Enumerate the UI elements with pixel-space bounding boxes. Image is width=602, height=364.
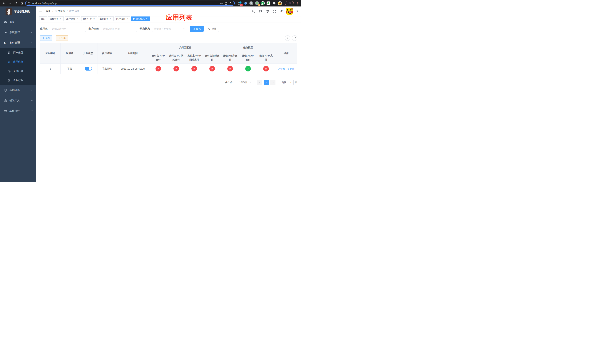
chevron-down-icon [31,110,33,112]
tab-pay-order[interactable]: 支付订单× [81,16,97,21]
search-button[interactable]: 搜索 [190,26,204,32]
refresh-table-button[interactable] [292,35,297,41]
forward-icon[interactable] [7,1,12,6]
close-icon[interactable]: × [76,18,79,20]
share-icon[interactable] [225,2,227,5]
close-icon[interactable]: × [126,18,129,20]
toggle-search-button[interactable] [285,35,290,41]
sidebar-item-pay-order[interactable]: 支付订单 [0,66,36,76]
sidebar-item-payment[interactable]: ¥ 支付管理 [0,38,36,48]
enabled-switch[interactable] [85,67,92,71]
profile-avatar-icon[interactable] [278,1,282,5]
status-label: 开启状态 [140,27,150,31]
payment-submenu: 商户信息 应用信息 支付订单 退款订单 [0,48,36,85]
extension-recorder-icon[interactable]: 1 [255,1,259,5]
edit-link[interactable]: 修改 [278,67,285,70]
chrome-update-button[interactable]: 更新 [285,1,294,5]
add-button[interactable]: 新增 [40,35,52,41]
delete-link[interactable]: 删除 [287,67,294,70]
browser-menu-icon[interactable] [296,2,299,4]
app-name-label: 应用名 [40,27,48,31]
navbar: 首页 / 支付管理 / 应用信息 应用列表 TT [36,7,301,16]
grid-icon [8,60,11,64]
briefcase-icon [4,109,7,113]
reload-icon[interactable] [13,1,18,6]
tab-refund-order[interactable]: 退款订单× [98,16,114,21]
close-icon[interactable]: × [59,18,62,20]
sidebar-item-app-info[interactable]: 应用信息 [0,57,36,66]
extension-kite-icon[interactable] [243,1,247,5]
navbar-actions: TT [252,8,298,15]
github-icon[interactable] [258,10,262,13]
user-avatar[interactable] [286,8,293,15]
page-size-select[interactable]: 10条/页 [235,80,253,85]
chevron-up-icon [31,42,33,44]
close-icon[interactable]: × [93,18,95,20]
search-icon [193,28,195,30]
sidebar-item-workflow[interactable]: 工作流程 [0,106,36,116]
chevron-left-icon [258,81,261,84]
url-bar[interactable]: localhost:1024/pay/app [25,1,235,6]
fullscreen-icon[interactable] [273,10,276,13]
search-icon[interactable] [252,10,255,13]
page-number-1[interactable]: 1 [264,80,269,85]
plus-icon [43,37,45,39]
sidebar-item-system[interactable]: 系统管理 [0,27,36,38]
bookmark-star-icon[interactable] [229,2,232,5]
col-actions: 操作 [275,43,297,64]
breadcrumb-payment[interactable]: 支付管理 [55,10,65,13]
col-alipay-wap: 支付宝 WAP 网站支付 [185,52,203,64]
merchant-name-input[interactable] [101,26,137,32]
breadcrumb-home[interactable]: 首页 [45,10,51,13]
user-menu-caret-icon[interactable] [297,11,298,12]
close-icon[interactable]: × [146,18,148,20]
status-select[interactable]: 请选择开启状态 [152,26,187,32]
sidebar-item-home[interactable]: 首页 [0,17,36,27]
sidebar-item-infrastructure[interactable]: 基础设施 [0,85,36,95]
app-logo-row[interactable]: 芋道管理系统 [0,7,36,17]
extension-blocks-icon[interactable]: 10 [238,1,242,5]
back-icon[interactable] [1,1,6,6]
sidebar-item-dev-tools[interactable]: 研发工具 [0,95,36,106]
extension-command-icon[interactable]: ⌘ [249,1,253,5]
col-alipay-qr: 支付宝扫码支付 [203,52,221,64]
next-page-button[interactable] [270,80,275,85]
page-info-icon[interactable] [28,2,30,5]
sidebar-fold-icon[interactable] [39,9,43,13]
cell-app-name: 芋道 [61,64,79,74]
help-icon[interactable] [266,10,269,13]
gear-icon [4,31,7,34]
monitor-icon [4,89,7,92]
app-name-input[interactable] [50,26,86,32]
col-created: 创建时间 [116,43,149,64]
shop-icon [8,51,11,54]
sidebar-item-refund-order[interactable]: 退款订单 [0,76,36,85]
home-icon[interactable] [19,1,24,6]
extension-y-icon[interactable]: y [261,1,265,5]
refresh-icon [208,28,211,30]
sidebar-item-merchant-info[interactable]: 商户信息 [0,48,36,57]
close-icon[interactable]: × [109,18,112,20]
tab-process-form[interactable]: 流程表单× [48,16,64,21]
cell-merchant: 芋道源码 [98,64,116,74]
reset-button[interactable]: 重置 [206,26,219,32]
tags-bar: 首页 流程表单× 用户分组× 支付订单× 退款订单× 商户信息× 应用信息× [36,16,301,22]
extension-chat-icon[interactable] [266,1,270,5]
col-wx-mini: 微信小程序支付 [221,52,239,64]
trash-icon [287,68,289,70]
tab-merchant-info[interactable]: 商户信息× [115,16,130,21]
col-wx-jsapi: 微信 JSAPI 支付 [239,52,257,64]
breadcrumb-current: 应用信息 [69,10,80,13]
password-key-icon[interactable] [220,2,223,5]
tab-home[interactable]: 首页 [39,16,47,21]
prev-page-button[interactable] [257,80,262,85]
font-size-icon[interactable]: TT [280,10,282,13]
extensions-puzzle-icon[interactable] [272,1,276,5]
tab-app-info[interactable]: 应用信息× [131,16,150,21]
group-wechat-config: 微信配置 [221,43,275,52]
tab-user-group[interactable]: 用户分组× [64,16,80,21]
app-title: 芋道管理系统 [14,10,30,13]
goto-page-input[interactable] [288,80,294,85]
export-button[interactable]: 导出 [56,35,68,41]
cell-created: 2021-10-23 08:49:25 [116,64,149,74]
